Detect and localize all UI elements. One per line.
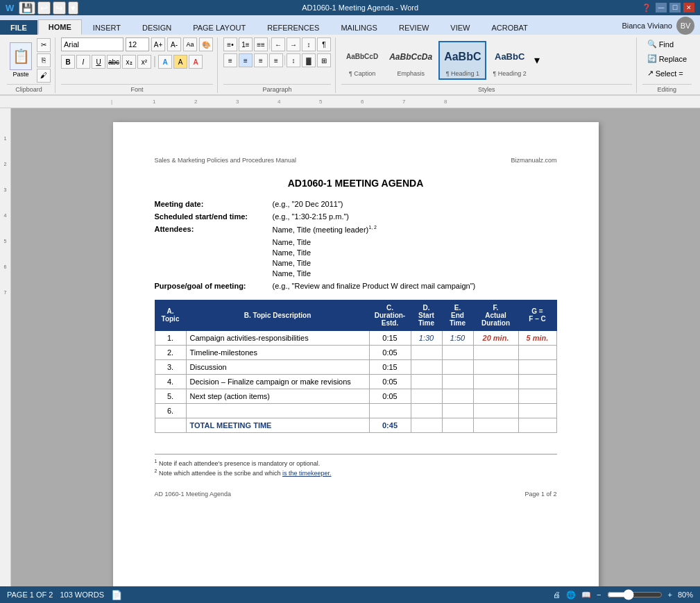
cut-button[interactable]: ✂: [37, 38, 51, 52]
close-button[interactable]: ✕: [683, 3, 694, 12]
tab-review[interactable]: REVIEW: [389, 20, 439, 35]
replace-button[interactable]: 🔄 Replace: [642, 52, 692, 65]
increase-indent-button[interactable]: →: [287, 37, 300, 51]
tab-view[interactable]: VIEW: [440, 20, 480, 35]
view-web-icon[interactable]: 🌐: [566, 591, 576, 600]
maximize-button[interactable]: ☐: [669, 3, 681, 12]
strikethrough-button[interactable]: abc: [107, 55, 121, 69]
paste-button[interactable]: 📋 Paste: [7, 41, 35, 79]
row6-start: [411, 403, 442, 418]
text-effects-button[interactable]: A: [158, 55, 172, 69]
tab-mailings[interactable]: MAILINGS: [330, 20, 388, 35]
format-painter-button[interactable]: 🖌: [37, 69, 51, 83]
align-right-button[interactable]: ≡: [254, 53, 268, 67]
styles-arrow[interactable]: ▾: [533, 52, 541, 68]
style-caption[interactable]: AaBbCcD ¶ Caption: [341, 42, 383, 79]
row1-num: 1.: [155, 330, 186, 345]
total-value: 0:45: [369, 418, 411, 432]
font-size-input[interactable]: [126, 37, 149, 51]
text-highlight-button[interactable]: A: [173, 55, 187, 69]
row4-start: [411, 374, 442, 389]
row1-dur: 0:15: [369, 330, 411, 345]
line-spacing-button[interactable]: ↕: [287, 53, 300, 67]
tab-acrobat[interactable]: ACROBAT: [481, 20, 538, 35]
align-left-button[interactable]: ≡: [223, 53, 237, 67]
font-name-input[interactable]: [61, 37, 123, 51]
document-area[interactable]: Sales & Marketing Policies and Procedure…: [11, 108, 700, 586]
status-bar: PAGE 1 OF 2 103 WORDS 📄 🖨 🌐 📖 − + 80%: [0, 586, 700, 603]
tab-design[interactable]: DESIGN: [132, 20, 182, 35]
show-formatting-button[interactable]: ¶: [317, 37, 331, 51]
save-button[interactable]: 💾: [19, 1, 35, 15]
find-button[interactable]: 🔍 Find: [642, 37, 678, 51]
zoom-in-icon[interactable]: +: [668, 591, 672, 599]
undo-button[interactable]: ↩: [37, 1, 51, 15]
style-heading1[interactable]: AaBbC ¶ Heading 1: [438, 41, 486, 80]
view-focus-icon[interactable]: 📖: [581, 591, 591, 600]
purpose-label: Purpose/goal of meeting:: [155, 282, 273, 290]
tab-file[interactable]: FILE: [0, 20, 37, 35]
attendee-2: Name, Title: [273, 248, 557, 257]
select-button[interactable]: ↗ Select =: [642, 67, 688, 80]
row6-desc: [186, 403, 369, 418]
minimize-button[interactable]: —: [656, 3, 667, 12]
agenda-table: A.Topic B. Topic Description C.Duration-…: [155, 300, 557, 433]
row5-num: 5.: [155, 389, 186, 403]
borders-button[interactable]: ⊞: [317, 53, 331, 67]
row5-dur: 0:05: [369, 389, 411, 403]
decrease-font-button[interactable]: A-: [167, 37, 181, 51]
copy-button[interactable]: ⎘: [37, 53, 51, 67]
style-emphasis[interactable]: AaBbCcDa Emphasis: [384, 42, 437, 79]
footnote-link[interactable]: is the timekeeper.: [282, 470, 332, 477]
attendees-extra: Name, Title Name, Title Name, Title Name…: [273, 238, 557, 278]
table-row: 1. Campaign activities-responsibilities …: [155, 330, 556, 345]
decrease-indent-button[interactable]: ←: [271, 37, 285, 51]
page-footer-right: Page 1 of 2: [524, 491, 556, 498]
sort-button[interactable]: ↕: [302, 37, 316, 51]
user-area: Bianca Viviano BV: [539, 17, 700, 35]
row1-actual: 20 min.: [473, 330, 518, 345]
total-label: TOTAL MEETING TIME: [186, 418, 369, 432]
replace-icon: 🔄: [647, 54, 657, 63]
tab-home[interactable]: HOME: [38, 19, 82, 35]
redo-button[interactable]: ↪: [53, 1, 66, 15]
vertical-ruler: 1 2 3 4 5 6 7: [0, 108, 11, 586]
clear-formatting-button[interactable]: 🎨: [199, 37, 213, 51]
page-info: PAGE 1 OF 2: [7, 591, 53, 599]
attendees-row: Attendees: Name, Title (meeting leader)1…: [155, 225, 557, 234]
increase-font-button[interactable]: A+: [151, 37, 165, 51]
numbering-button[interactable]: 1≡: [239, 37, 253, 51]
row2-g: [518, 345, 556, 359]
tab-page-layout[interactable]: PAGE LAYOUT: [182, 20, 256, 35]
window-title: AD1060-1 Meeting Agenda - Word: [78, 3, 642, 12]
font-color-button[interactable]: A: [189, 55, 203, 69]
proofing-icon[interactable]: 📄: [111, 590, 122, 600]
align-center-button[interactable]: ≡: [239, 53, 253, 67]
italic-button[interactable]: I: [76, 55, 90, 69]
paste-label: Paste: [12, 71, 28, 78]
underline-button[interactable]: U: [92, 55, 105, 69]
style-heading2[interactable]: AaBbC ¶ Heading 2: [488, 42, 531, 79]
subscript-button[interactable]: x₂: [122, 55, 136, 69]
tab-references[interactable]: REFERENCES: [257, 20, 330, 35]
change-case-button[interactable]: Aa: [183, 37, 197, 51]
paragraph-label: Paragraph: [223, 84, 331, 93]
user-name: Bianca Viviano: [622, 22, 672, 30]
row6-num: 6.: [155, 403, 186, 418]
find-icon: 🔍: [647, 40, 657, 49]
row3-end: [442, 359, 473, 374]
bold-button[interactable]: B: [61, 55, 75, 69]
styles-label: Styles: [341, 84, 632, 93]
qa-dropdown-button[interactable]: ▾: [68, 1, 78, 15]
view-print-icon[interactable]: 🖨: [553, 591, 561, 599]
zoom-out-icon[interactable]: −: [597, 591, 601, 599]
superscript-button[interactable]: x²: [137, 55, 151, 69]
zoom-slider[interactable]: [607, 589, 663, 600]
bullets-button[interactable]: ≡•: [223, 37, 237, 51]
row6-end: [442, 403, 473, 418]
shading-button[interactable]: ▓: [302, 53, 316, 67]
justify-button[interactable]: ≡: [269, 53, 283, 67]
tab-insert[interactable]: INSERT: [83, 20, 131, 35]
col-start: D.StartTime: [411, 300, 442, 330]
multilevel-list-button[interactable]: ≡≡: [254, 37, 268, 51]
